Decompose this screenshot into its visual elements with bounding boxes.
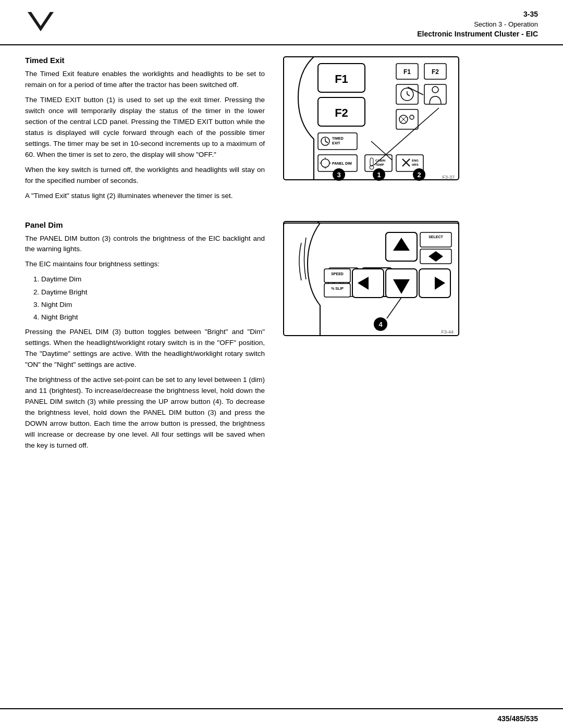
brand-logo: [25, 9, 56, 33]
panel-dim-section: Panel Dim The PANEL DIM button (3) contr…: [25, 220, 538, 455]
svg-text:4: 4: [378, 320, 383, 328]
panel-dim-heading: Panel Dim: [25, 220, 265, 229]
svg-text:PANEL DIM: PANEL DIM: [332, 162, 352, 165]
timed-exit-para-4: A "Timed Exit" status light (2) illumina…: [25, 191, 265, 202]
svg-rect-104: [324, 283, 350, 297]
panel-dim-text: Panel Dim The PANEL DIM button (3) contr…: [25, 220, 265, 455]
svg-text:SPEED: SPEED: [331, 272, 344, 276]
svg-text:F3-44: F3-44: [441, 329, 454, 335]
panel-dim-para-1: The PANEL DIM button (3) controls the br…: [25, 233, 265, 255]
panel-dim-para-2: The EIC maintains four brightness settin…: [25, 259, 265, 270]
header: 3-35 Section 3 - Operation Electronic In…: [0, 0, 563, 45]
svg-text:EXIT: EXIT: [332, 141, 340, 145]
svg-text:F1: F1: [403, 68, 411, 76]
svg-text:F3-37: F3-37: [442, 175, 455, 180]
eic-diagram-1: F1 F2 F1 F2: [283, 56, 460, 181]
list-item-4: 4. Night Bright: [33, 312, 265, 323]
panel-dim-para-4: The brightness of the active set-point c…: [25, 375, 265, 451]
svg-text:SELECT: SELECT: [429, 235, 443, 239]
panel-dim-diagram-col: SELECT SPEED: [277, 220, 465, 455]
timed-exit-para-2: The TIMED EXIT button (1) is used to set…: [25, 95, 265, 161]
list-item-3: 3. Night Dim: [33, 300, 265, 310]
chapter-title: Electronic Instrument Cluster - EIC: [417, 29, 538, 40]
panel-dim-diagram: SELECT SPEED: [283, 220, 460, 337]
svg-text:F2: F2: [432, 68, 439, 76]
svg-text:1: 1: [377, 171, 381, 179]
brightness-list: 1. Daytime Dim 2. Daytime Bright 3. Nigh…: [33, 274, 265, 323]
svg-rect-11: [424, 84, 446, 104]
header-info: 3-35 Section 3 - Operation Electronic In…: [417, 9, 538, 39]
page: 3-35 Section 3 - Operation Electronic In…: [0, 0, 563, 728]
svg-rect-102: [324, 269, 350, 282]
timed-exit-section: Timed Exit The Timed Exit feature enable…: [25, 56, 538, 205]
eic-diagram-2b: SELECT SPEED % SLIP: [283, 222, 460, 337]
timed-exit-text: Timed Exit The Timed Exit feature enable…: [25, 56, 265, 205]
timed-exit-para-1: The Timed Exit feature enables the workl…: [25, 69, 265, 91]
svg-text:TIMED: TIMED: [332, 137, 344, 140]
footer: 435/485/535: [0, 708, 563, 728]
main-content: Timed Exit The Timed Exit feature enable…: [0, 45, 563, 708]
list-item-1: 1. Daytime Dim: [33, 274, 265, 285]
svg-text:2: 2: [417, 171, 421, 179]
svg-text:F1: F1: [335, 72, 348, 85]
timed-exit-diagram-col: F1 F2 F1 F2: [277, 56, 465, 205]
model-number: 435/485/535: [497, 714, 538, 723]
page-number: 3-35: [417, 9, 538, 20]
list-item-2: 2. Daytime Bright: [33, 287, 265, 298]
panel-dim-para-3: Pressing the PANEL DIM (3) button toggle…: [25, 327, 265, 371]
svg-text:TEMP: TEMP: [375, 163, 384, 166]
timed-exit-heading: Timed Exit: [25, 56, 265, 65]
svg-text:HRS: HRS: [412, 163, 419, 166]
timed-exit-para-3: When the key switch is turned off, the w…: [25, 165, 265, 187]
svg-text:3: 3: [337, 171, 340, 179]
timed-exit-diagram: F1 F2 F1 F2: [283, 56, 460, 182]
svg-text:F2: F2: [335, 106, 348, 119]
section-label: Section 3 - Operation: [417, 20, 538, 29]
svg-text:% SLIP: % SLIP: [331, 287, 344, 290]
svg-text:ENG: ENG: [412, 159, 419, 162]
